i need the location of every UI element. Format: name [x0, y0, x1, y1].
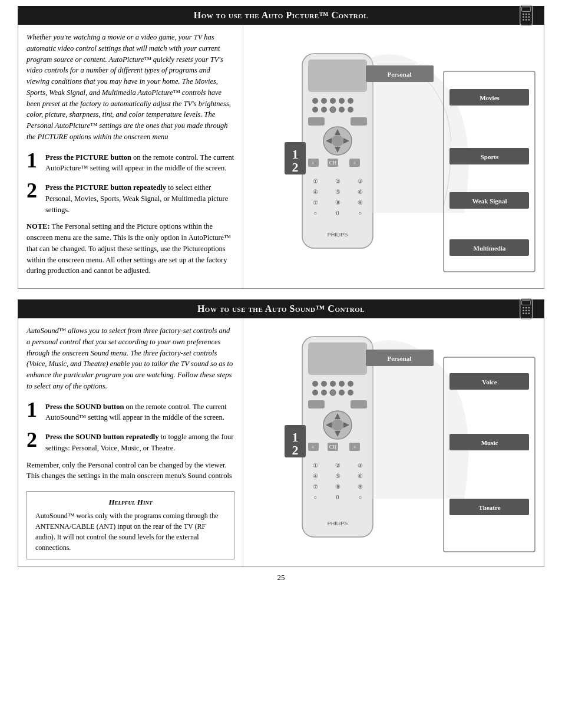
s2-step1-text: Press the SOUND button on the remote con… [45, 399, 234, 424]
section2-remote-illustration: + + CH ① ② ③ ④ ⑤ ⑥ ⑦ ⑧ ⑨ [249, 325, 538, 561]
svg-point-85 [339, 390, 345, 396]
svg-text:+: + [311, 160, 315, 166]
svg-rect-87 [308, 400, 325, 409]
section1-left: Whether you're watching a movie or a vid… [18, 25, 243, 288]
svg-rect-88 [351, 400, 367, 409]
svg-point-5 [523, 16, 524, 18]
svg-point-6 [525, 16, 527, 18]
svg-point-21 [339, 107, 345, 113]
svg-text:0: 0 [336, 494, 339, 500]
step2-label: Press the PICTURE button repeatedly [45, 183, 166, 192]
svg-text:⑨: ⑨ [358, 199, 363, 206]
note-label: NOTE: [27, 222, 50, 230]
section1-note: NOTE: The Personal setting and the Pictu… [27, 221, 234, 276]
svg-point-14 [321, 98, 327, 104]
remote-icon-2 [517, 298, 540, 320]
section2-intro: AutoSound™ allows you to select from thr… [27, 325, 234, 392]
section2-step1: 1 Press the SOUND button on the remote c… [27, 399, 234, 424]
svg-text:+: + [311, 444, 315, 450]
s2-step1-number: 1 [27, 399, 41, 420]
svg-text:Music: Music [481, 439, 498, 446]
svg-point-86 [348, 390, 353, 396]
svg-rect-1 [522, 7, 531, 12]
svg-text:⑥: ⑥ [358, 189, 363, 195]
svg-point-8 [523, 19, 524, 21]
section1-header: How to use the Auto Picture™ Control [18, 6, 544, 25]
svg-text:②: ② [335, 178, 340, 185]
svg-text:①: ① [313, 178, 318, 185]
svg-rect-76 [308, 342, 367, 375]
page-number: 25 [18, 573, 544, 582]
svg-text:Weak Signal: Weak Signal [472, 197, 507, 205]
hint-label: Helpful Hint [109, 498, 153, 506]
svg-point-79 [330, 381, 336, 387]
section1-step2: 2 Press the PICTURE button repeatedly to… [27, 180, 234, 215]
svg-point-15 [330, 98, 336, 104]
svg-text:②: ② [335, 462, 340, 469]
svg-point-13 [312, 98, 318, 104]
remote-icon-1 [517, 4, 540, 27]
svg-point-78 [321, 381, 327, 387]
step1-number: 1 [27, 150, 41, 171]
svg-point-81 [348, 381, 353, 387]
svg-text:PHILIPS: PHILIPS [328, 232, 348, 238]
svg-text:③: ③ [358, 462, 363, 469]
svg-point-10 [528, 19, 530, 21]
svg-point-17 [348, 98, 353, 104]
svg-text:Voice: Voice [482, 378, 497, 386]
svg-point-84 [330, 390, 336, 396]
svg-text:Personal: Personal [388, 71, 412, 78]
section1-title: How to use the Auto Picture™ Control [194, 10, 368, 21]
svg-rect-24 [351, 117, 367, 126]
svg-text:⑤: ⑤ [335, 473, 340, 479]
svg-text:⑦: ⑦ [313, 483, 318, 490]
section1-content: Whether you're watching a movie or a vid… [18, 25, 544, 289]
svg-text:⑥: ⑥ [358, 473, 363, 479]
section1: How to use the Auto Picture™ Control Whe… [18, 6, 544, 289]
section1-right: + + CH ① ② ③ ④ ⑤ ⑥ ⑦ ⑧ ⑨ [243, 25, 544, 288]
svg-text:Movies: Movies [480, 94, 500, 101]
svg-point-22 [348, 107, 353, 113]
step1-label: Press the PICTURE button [45, 153, 131, 162]
svg-text:2: 2 [292, 443, 299, 457]
svg-point-77 [312, 381, 318, 387]
svg-point-90 [332, 419, 343, 431]
svg-point-9 [525, 19, 527, 21]
s2-step2-number: 2 [27, 429, 41, 450]
svg-rect-65 [522, 301, 531, 305]
svg-text:+: + [353, 160, 356, 166]
section2-left: AutoSound™ allows you to select from thr… [18, 318, 243, 566]
svg-text:CH: CH [329, 160, 337, 166]
step2-text: Press the PICTURE button repeatedly to s… [45, 180, 234, 215]
section2: How to use the Auto Sound™ Control AutoS… [18, 299, 544, 567]
svg-point-70 [525, 309, 527, 311]
svg-point-3 [525, 14, 527, 15]
svg-text:○: ○ [358, 494, 362, 500]
svg-text:Personal: Personal [388, 355, 412, 362]
hint-text: AutoSound™ works only with the programs … [35, 510, 226, 553]
step1-text: Press the PICTURE button on the remote c… [45, 150, 234, 174]
svg-text:CH: CH [329, 444, 337, 450]
section2-header: How to use the Auto Sound™ Control [18, 299, 544, 318]
svg-point-71 [528, 309, 530, 311]
svg-text:Sports: Sports [481, 153, 499, 160]
svg-point-69 [523, 309, 524, 311]
section2-step2: 2 Press the SOUND button repeatedly to t… [27, 429, 234, 454]
s2-step2-text: Press the SOUND button repeatedly to tog… [45, 429, 234, 454]
svg-text:0: 0 [336, 210, 339, 216]
svg-rect-23 [308, 117, 325, 126]
svg-text:⑤: ⑤ [335, 189, 340, 195]
svg-text:○: ○ [313, 210, 317, 216]
svg-rect-12 [308, 60, 367, 92]
svg-point-72 [523, 312, 524, 314]
svg-point-4 [528, 14, 530, 15]
svg-text:⑧: ⑧ [335, 483, 340, 490]
section2-illustration: + + CH ① ② ③ ④ ⑤ ⑥ ⑦ ⑧ ⑨ [249, 324, 538, 561]
svg-text:④: ④ [313, 473, 318, 479]
svg-text:④: ④ [313, 189, 318, 195]
svg-text:○: ○ [358, 210, 362, 216]
svg-point-83 [321, 390, 327, 396]
svg-point-19 [321, 107, 327, 113]
svg-text:Theatre: Theatre [478, 504, 500, 511]
svg-point-2 [523, 14, 524, 15]
